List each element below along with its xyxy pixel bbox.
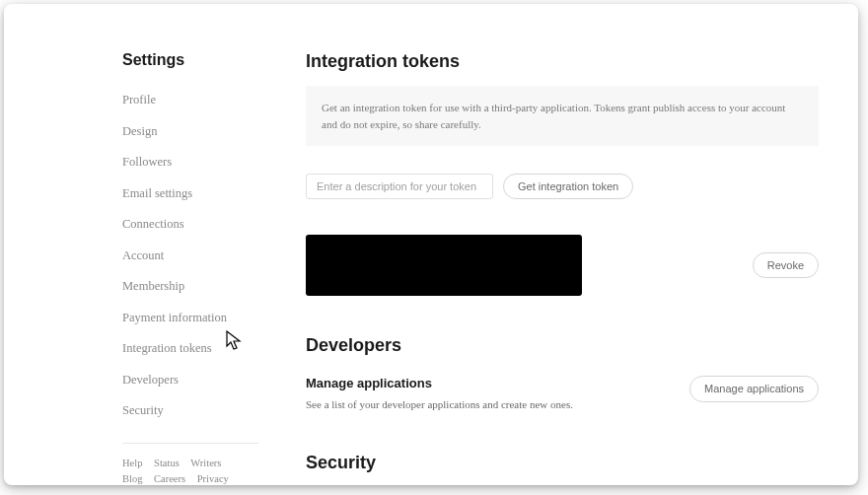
footer-link-blog[interactable]: Blog: [122, 471, 142, 485]
sidebar-item-developers[interactable]: Developers: [122, 365, 258, 396]
token-row: Revoke: [306, 235, 819, 296]
footer-link-careers[interactable]: Careers: [154, 471, 185, 485]
manage-applications-desc: See a list of your developer application…: [306, 396, 670, 413]
settings-window: Settings Profile Design Followers Email …: [4, 4, 858, 485]
manage-applications-text: Manage applications See a list of your d…: [306, 376, 670, 413]
integration-tokens-section: Integration tokens Get an integration to…: [306, 51, 819, 296]
footer-link-help[interactable]: Help: [122, 456, 142, 472]
revoke-button[interactable]: Revoke: [753, 252, 819, 278]
footer-link-writers[interactable]: Writers: [190, 456, 221, 472]
get-integration-token-button[interactable]: Get integration token: [503, 174, 633, 199]
footer-link-privacy[interactable]: Privacy: [197, 471, 229, 485]
sidebar-title: Settings: [122, 51, 258, 69]
manage-applications-row: Manage applications See a list of your d…: [306, 370, 819, 413]
integration-info-box: Get an integration token for use with a …: [306, 86, 819, 146]
manage-applications-heading: Manage applications: [306, 376, 670, 390]
security-heading: Security: [306, 453, 819, 473]
sidebar-item-connections[interactable]: Connections: [122, 209, 258, 241]
sidebar-item-profile[interactable]: Profile: [122, 85, 258, 116]
developers-section: Developers Manage applications See a lis…: [306, 335, 819, 413]
sidebar: Settings Profile Design Followers Email …: [122, 51, 278, 485]
sidebar-item-email-settings[interactable]: Email settings: [122, 178, 258, 210]
sidebar-item-security[interactable]: Security: [122, 395, 258, 427]
manage-applications-button[interactable]: Manage applications: [689, 376, 819, 401]
sidebar-item-design[interactable]: Design: [122, 116, 258, 148]
integration-tokens-heading: Integration tokens: [306, 51, 819, 72]
sidebar-item-followers[interactable]: Followers: [122, 147, 258, 178]
main-content: Integration tokens Get an integration to…: [278, 51, 819, 485]
sidebar-item-payment-information[interactable]: Payment information: [122, 303, 258, 334]
token-description-input[interactable]: [306, 174, 493, 199]
sidebar-nav: Profile Design Followers Email settings …: [122, 85, 258, 427]
developers-heading: Developers: [306, 335, 819, 356]
security-section: Security: [306, 453, 819, 473]
sidebar-item-integration-tokens[interactable]: Integration tokens: [122, 333, 258, 365]
footer-link-status[interactable]: Status: [154, 456, 180, 472]
sidebar-item-account[interactable]: Account: [122, 241, 258, 272]
footer-links: Help Status Writers Blog Careers Privacy…: [122, 443, 258, 486]
token-create-row: Get integration token: [306, 174, 819, 199]
sidebar-item-membership[interactable]: Membership: [122, 271, 258, 303]
token-value-redacted: [306, 235, 582, 296]
